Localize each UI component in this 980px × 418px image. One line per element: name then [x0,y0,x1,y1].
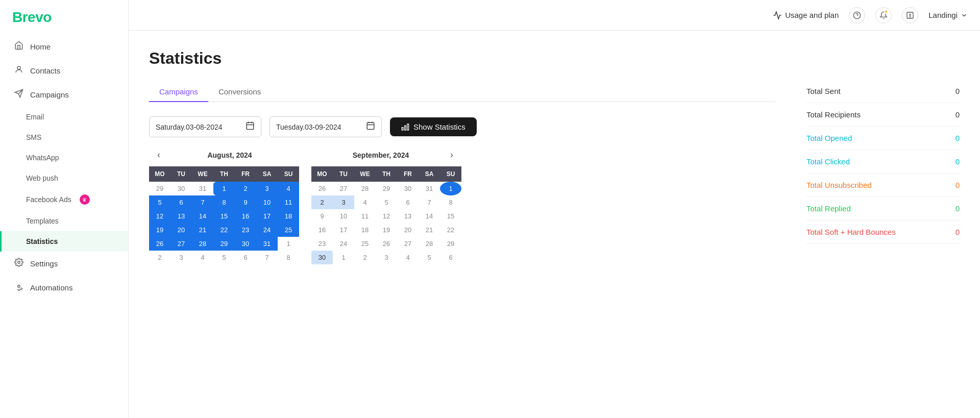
calendar-day[interactable]: 19 [149,223,170,237]
calendar-day: 8 [440,195,461,209]
calendar-day: 3 [170,251,192,264]
calendar-august-grid: MO TU WE TH FR SA SU 2930311234567891011… [149,166,299,264]
help-button[interactable] [849,7,865,23]
calendar-day[interactable]: 11 [278,195,299,209]
stat-total-opened-label: Total Opened [806,134,852,142]
calendar-day[interactable]: 4 [278,182,299,195]
calendar-day[interactable]: 8 [213,195,235,209]
tab-campaigns[interactable]: Campaigns [149,82,208,102]
sidebar-item-sms[interactable]: SMS [0,127,128,147]
automations-icon [14,282,24,293]
date-to-input[interactable]: Tuesday.03-09-2024 [270,116,382,137]
stat-total-bounces: Total Soft + Hard Bounces 0 [806,220,960,244]
calendar-day[interactable]: 22 [213,223,235,237]
calendar-day[interactable]: 24 [256,223,278,237]
sidebar-item-whatsapp[interactable]: WhatsApp [0,147,128,168]
calendar-day[interactable]: 28 [192,237,213,251]
calendar-day: 31 [192,182,213,195]
tab-conversions[interactable]: Conversions [208,82,271,102]
calendar-day[interactable]: 5 [149,195,170,209]
calendar-day[interactable]: 1 [440,182,461,195]
calendar-day[interactable]: 30 [311,251,333,264]
sidebar-item-settings[interactable]: Settings [0,252,128,276]
col-tu: TU [333,166,354,182]
calendar-day[interactable]: 16 [235,209,256,223]
sidebar-item-home[interactable]: Home [0,35,128,59]
sidebar-item-facebook-ads[interactable]: Facebook Ads ♛ [0,188,128,211]
campaigns-icon [14,89,24,101]
calendar-day: 1 [333,251,354,264]
calendar-day[interactable]: 1 [213,182,235,195]
sidebar-item-webpush-label: Web push [26,174,58,182]
calendar-day: 14 [419,209,440,223]
sidebar-item-statistics-label: Statistics [26,237,58,245]
calendar-day[interactable]: 13 [170,209,192,223]
sidebar-item-webpush[interactable]: Web push [0,168,128,188]
svg-point-3 [18,261,20,264]
calendar-day[interactable]: 2 [235,182,256,195]
calendar-day: 4 [192,251,213,264]
sidebar-item-email[interactable]: Email [0,107,128,127]
sidebar-item-whatsapp-label: WhatsApp [26,154,59,162]
show-statistics-button[interactable]: Show Statistics [390,117,477,136]
calendar-day[interactable]: 29 [213,237,235,251]
calendar-day[interactable]: 9 [235,195,256,209]
calendar-day: 6 [397,195,419,209]
sidebar-item-templates-label: Templates [26,217,59,225]
calendar-day[interactable]: 20 [170,223,192,237]
sidebar-item-automations-label: Automations [30,283,72,292]
account-icon-button[interactable] [902,7,918,23]
calendar-day[interactable]: 14 [192,209,213,223]
calendar-day: 4 [354,195,376,209]
calendar-day: 7 [419,195,440,209]
calendar-day[interactable]: 10 [256,195,278,209]
date-from-input[interactable]: Saturday.03-08-2024 [149,116,261,137]
col-mo: MO [311,166,333,182]
calendar-day: 21 [419,223,440,237]
notification-dot [884,10,888,14]
calendar-day[interactable]: 2 [311,195,333,209]
content-area: Statistics Campaigns Conversions Saturda… [129,31,980,418]
calendar-day[interactable]: 31 [256,237,278,251]
content-left: Statistics Campaigns Conversions Saturda… [149,49,776,400]
tabs-bar: Campaigns Conversions [149,82,776,102]
calendar-day[interactable]: 7 [192,195,213,209]
calendar-day[interactable]: 15 [213,209,235,223]
notifications-button[interactable] [875,7,892,23]
stat-total-unsubscribed: Total Unsubscribed 0 [806,174,960,197]
sidebar-item-automations[interactable]: Automations [0,276,128,300]
svg-rect-18 [402,127,403,130]
calendar-day[interactable]: 12 [149,209,170,223]
calendar-day: 13 [397,209,419,223]
sidebar-item-contacts[interactable]: Contacts [0,59,128,83]
sidebar-item-campaigns[interactable]: Campaigns [0,83,128,107]
col-su: SU [278,166,299,182]
calendar-day[interactable]: 3 [256,182,278,195]
brand-logo[interactable]: Brevo [0,0,128,35]
stat-total-clicked: Total Clicked 0 [806,150,960,174]
usage-and-plan-button[interactable]: Usage and plan [773,11,839,20]
show-stats-label: Show Statistics [413,122,465,131]
calendar-day[interactable]: 3 [333,195,354,209]
sidebar-item-templates[interactable]: Templates [0,211,128,231]
calendar-day[interactable]: 6 [170,195,192,209]
calendar-day[interactable]: 18 [278,209,299,223]
calendar-prev-button[interactable]: ‹ [153,147,164,162]
sidebar-item-statistics[interactable]: Statistics [0,231,128,252]
calendar-day[interactable]: 30 [235,237,256,251]
svg-rect-17 [405,126,406,130]
calendar-day[interactable]: 21 [192,223,213,237]
calendar-day[interactable]: 23 [235,223,256,237]
col-th: TH [213,166,235,182]
calendar-day: 23 [311,237,333,251]
calendar-day[interactable]: 17 [256,209,278,223]
calendar-next-button[interactable]: › [446,147,457,162]
account-menu[interactable]: Landingi [928,11,968,19]
calendar-day[interactable]: 25 [278,223,299,237]
calendar-day[interactable]: 26 [149,237,170,251]
contacts-icon [14,65,24,77]
sidebar-item-campaigns-label: Campaigns [30,90,69,99]
calendar-day[interactable]: 27 [170,237,192,251]
calendar-day: 27 [333,182,354,195]
main-area: Usage and plan Landingi Statistics Campa… [129,0,980,418]
